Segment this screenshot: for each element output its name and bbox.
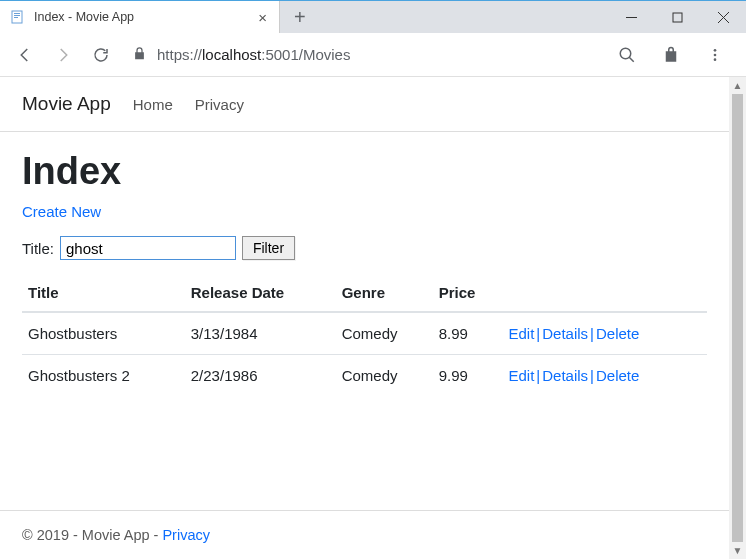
cell-genre: Comedy	[336, 312, 433, 355]
address-bar[interactable]: https://localhost:5001/Movies	[122, 46, 606, 64]
svg-rect-2	[14, 15, 20, 16]
scroll-down-icon[interactable]: ▼	[729, 542, 746, 559]
cell-actions: Edit|Details|Delete	[502, 355, 707, 397]
filter-button[interactable]: Filter	[242, 236, 295, 260]
svg-point-11	[714, 53, 717, 56]
nav-privacy-link[interactable]: Privacy	[195, 96, 244, 113]
window-maximize-button[interactable]	[654, 1, 700, 33]
browser-toolbar: https://localhost:5001/Movies	[0, 33, 746, 77]
browser-tab[interactable]: Index - Movie App ×	[0, 1, 280, 33]
cell-price: 9.99	[433, 355, 503, 397]
details-link[interactable]: Details	[542, 367, 588, 384]
back-button[interactable]	[8, 38, 42, 72]
movies-table: Title Release Date Genre Price Ghostbust…	[22, 274, 707, 396]
account-icon[interactable]	[654, 38, 688, 72]
tab-strip: +	[280, 1, 608, 33]
scroll-thumb[interactable]	[732, 94, 743, 542]
details-link[interactable]: Details	[542, 325, 588, 342]
svg-rect-1	[14, 13, 20, 14]
svg-point-10	[714, 49, 717, 52]
page-heading: Index	[22, 150, 707, 193]
cell-genre: Comedy	[336, 355, 433, 397]
cell-title: Ghostbusters	[22, 312, 185, 355]
search-form: Title: Filter	[22, 236, 707, 260]
tab-title: Index - Movie App	[34, 10, 250, 24]
delete-link[interactable]: Delete	[596, 325, 639, 342]
edit-link[interactable]: Edit	[508, 367, 534, 384]
svg-rect-5	[673, 13, 682, 22]
create-new-link[interactable]: Create New	[22, 203, 101, 220]
window-controls	[608, 1, 746, 33]
browser-titlebar: Index - Movie App × +	[0, 1, 746, 33]
cell-price: 8.99	[433, 312, 503, 355]
forward-button[interactable]	[46, 38, 80, 72]
page-favicon-icon	[10, 9, 26, 25]
title-search-input[interactable]	[60, 236, 236, 260]
footer-copyright: © 2019 - Movie App -	[22, 527, 162, 543]
vertical-scrollbar[interactable]: ▲ ▼	[729, 77, 746, 559]
window-close-button[interactable]	[700, 1, 746, 33]
col-actions	[502, 274, 707, 312]
cell-release-date: 2/23/1986	[185, 355, 336, 397]
url-text: https://localhost:5001/Movies	[157, 46, 350, 63]
cell-actions: Edit|Details|Delete	[502, 312, 707, 355]
page-content: Movie App Home Privacy Index Create New …	[0, 77, 729, 559]
cell-title: Ghostbusters 2	[22, 355, 185, 397]
svg-point-8	[620, 48, 631, 59]
reload-button[interactable]	[84, 38, 118, 72]
menu-icon[interactable]	[698, 38, 732, 72]
col-release-date: Release Date	[185, 274, 336, 312]
footer: © 2019 - Movie App - Privacy	[0, 510, 729, 559]
table-row: Ghostbusters 3/13/1984 Comedy 8.99 Edit|…	[22, 312, 707, 355]
svg-line-6	[718, 12, 729, 23]
brand-link[interactable]: Movie App	[22, 93, 111, 115]
edit-link[interactable]: Edit	[508, 325, 534, 342]
footer-privacy-link[interactable]: Privacy	[162, 527, 210, 543]
lock-icon	[132, 46, 147, 64]
svg-rect-3	[14, 17, 18, 18]
col-genre: Genre	[336, 274, 433, 312]
window-minimize-button[interactable]	[608, 1, 654, 33]
tab-close-button[interactable]: ×	[258, 9, 267, 26]
table-row: Ghostbusters 2 2/23/1986 Comedy 9.99 Edi…	[22, 355, 707, 397]
title-label: Title:	[22, 240, 54, 257]
nav-home-link[interactable]: Home	[133, 96, 173, 113]
new-tab-button[interactable]: +	[288, 6, 312, 29]
col-title: Title	[22, 274, 185, 312]
zoom-icon[interactable]	[610, 38, 644, 72]
delete-link[interactable]: Delete	[596, 367, 639, 384]
svg-line-9	[629, 57, 634, 62]
app-navbar: Movie App Home Privacy	[0, 77, 729, 132]
svg-point-12	[714, 58, 717, 61]
col-price: Price	[433, 274, 503, 312]
cell-release-date: 3/13/1984	[185, 312, 336, 355]
scroll-up-icon[interactable]: ▲	[729, 77, 746, 94]
svg-line-7	[718, 12, 729, 23]
